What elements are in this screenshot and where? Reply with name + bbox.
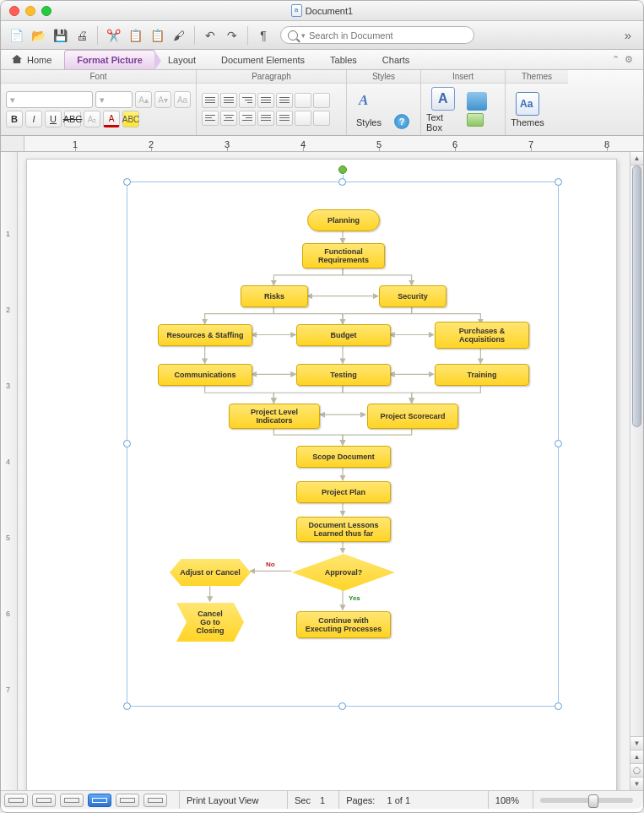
flowchart-picture: Planning Functional Requirements Risks S… bbox=[127, 182, 558, 706]
view-publishing-button[interactable] bbox=[60, 794, 84, 807]
node-risks: Risks bbox=[241, 285, 308, 307]
group-styles-header: Styles bbox=[347, 70, 420, 84]
paste-button[interactable]: 📋 bbox=[147, 25, 167, 46]
browse-object-button[interactable]: ◯ bbox=[630, 763, 643, 777]
open-button[interactable]: 📂 bbox=[28, 25, 48, 46]
prev-page-button[interactable]: ▲ bbox=[630, 750, 643, 763]
node-approval: Approval? bbox=[292, 554, 395, 591]
print-button[interactable]: 🖨 bbox=[72, 25, 92, 46]
node-resources: Resources & Staffing bbox=[158, 324, 252, 346]
copy-button[interactable]: 📋 bbox=[125, 25, 145, 46]
ruler-corner bbox=[1, 136, 24, 151]
view-focus-button[interactable] bbox=[143, 794, 167, 807]
shading-button[interactable] bbox=[295, 111, 311, 126]
node-communications: Communications bbox=[158, 364, 252, 386]
tab-home[interactable]: Home bbox=[6, 50, 64, 69]
underline-button[interactable]: U bbox=[45, 111, 62, 127]
bold-button[interactable]: B bbox=[6, 111, 23, 127]
grow-font-button[interactable]: A▴ bbox=[135, 91, 152, 108]
text-direction-button[interactable] bbox=[295, 93, 311, 108]
status-zoom-value[interactable]: 108% bbox=[495, 795, 519, 805]
horizontal-ruler[interactable]: 1 2 3 4 5 6 7 8 bbox=[1, 136, 643, 152]
next-page-button[interactable]: ▼ bbox=[630, 777, 643, 790]
shape-button[interactable] bbox=[467, 92, 487, 111]
quick-toolbar: 📄 📂 💾 🖨 ✂️ 📋 📋 🖌 ↶ ↷ ¶ ▾ » bbox=[1, 21, 643, 50]
new-document-button[interactable]: 📄 bbox=[6, 25, 26, 46]
align-left-button[interactable] bbox=[202, 111, 219, 126]
save-button[interactable]: 💾 bbox=[50, 25, 70, 46]
search-box[interactable]: ▾ bbox=[280, 26, 474, 44]
page: Planning Functional Requirements Risks S… bbox=[26, 159, 617, 790]
align-right-button[interactable] bbox=[239, 111, 256, 126]
node-cancel-closing: Cancel Go to Closing bbox=[176, 603, 244, 642]
node-continue: Continue with Executing Processes bbox=[296, 611, 391, 638]
group-themes-header: Themes bbox=[506, 70, 568, 84]
font-size-select[interactable]: ▾ bbox=[95, 91, 133, 108]
status-pages-value: 1 of 1 bbox=[387, 795, 411, 805]
view-outline-button[interactable] bbox=[32, 794, 56, 807]
highlight-button[interactable]: ABC bbox=[122, 111, 139, 127]
justify-button[interactable] bbox=[257, 111, 274, 126]
view-draft-button[interactable] bbox=[4, 794, 28, 807]
vertical-scrollbar[interactable]: ▲ ▼ ▲ ◯ ▼ bbox=[630, 152, 643, 790]
show-formatting-button[interactable]: ¶ bbox=[253, 25, 273, 46]
themes-button[interactable]: Themes bbox=[511, 92, 544, 127]
document-canvas[interactable]: Planning Functional Requirements Risks S… bbox=[18, 152, 643, 790]
edge-label-yes: Yes bbox=[349, 594, 360, 602]
shrink-font-button[interactable]: A▾ bbox=[154, 91, 171, 108]
numbering-button[interactable] bbox=[220, 93, 237, 108]
search-input[interactable] bbox=[309, 30, 467, 41]
toolbar-overflow-button[interactable]: » bbox=[625, 28, 631, 42]
italic-button[interactable]: I bbox=[25, 111, 42, 127]
tab-document-elements[interactable]: Document Elements bbox=[208, 50, 317, 69]
status-sec-value: 1 bbox=[320, 795, 325, 805]
node-training: Training bbox=[435, 364, 529, 386]
cut-button[interactable]: ✂️ bbox=[103, 25, 123, 46]
align-center-button[interactable] bbox=[220, 111, 237, 126]
undo-button[interactable]: ↶ bbox=[200, 25, 220, 46]
picture-selection-frame[interactable]: Planning Functional Requirements Risks S… bbox=[127, 182, 559, 707]
node-project-scorecard: Project Scorecard bbox=[367, 404, 458, 429]
textbox-button[interactable]: Text Box bbox=[426, 87, 460, 133]
redo-button[interactable]: ↷ bbox=[222, 25, 242, 46]
tab-layout[interactable]: Layout bbox=[155, 50, 208, 69]
styles-dialog-button[interactable]: ? bbox=[394, 114, 409, 129]
scroll-up-button[interactable]: ▲ bbox=[630, 152, 643, 165]
main-area: 1 2 3 4 5 6 7 bbox=[1, 152, 643, 790]
font-family-select[interactable]: ▾ bbox=[6, 91, 93, 108]
node-functional-requirements: Functional Requirements bbox=[302, 243, 385, 268]
view-notebook-button[interactable] bbox=[116, 794, 139, 807]
scroll-thumb[interactable] bbox=[632, 165, 641, 427]
picture-button[interactable] bbox=[467, 113, 484, 127]
subscript-button[interactable]: A₂ bbox=[84, 111, 100, 127]
zoom-slider[interactable] bbox=[540, 798, 633, 803]
view-print-layout-button[interactable] bbox=[88, 794, 111, 807]
change-case-button[interactable]: Aa bbox=[174, 91, 191, 108]
rotate-handle[interactable] bbox=[338, 165, 347, 174]
tab-format-picture[interactable]: Format Picture bbox=[64, 50, 155, 69]
vertical-ruler[interactable]: 1 2 3 4 5 6 7 bbox=[1, 152, 18, 790]
line-spacing-button[interactable] bbox=[276, 111, 293, 126]
ribbon-panel: Font ▾ ▾ A▴ A▾ Aa B I U ABC A₂ A ABC Par… bbox=[1, 70, 643, 136]
group-paragraph-header: Paragraph bbox=[197, 70, 346, 84]
multilevel-button[interactable] bbox=[239, 93, 256, 108]
decrease-indent-button[interactable] bbox=[257, 93, 274, 108]
sort-button[interactable] bbox=[313, 93, 330, 108]
tab-tables[interactable]: Tables bbox=[317, 50, 370, 69]
scroll-down-button[interactable]: ▼ bbox=[630, 736, 643, 750]
format-painter-button[interactable]: 🖌 bbox=[169, 25, 189, 46]
node-project-level-indicators: Project Level Indicators bbox=[229, 404, 320, 429]
ribbon-collapse-icon[interactable]: ⌃ bbox=[612, 54, 620, 65]
ribbon-settings-icon[interactable]: ⚙ bbox=[625, 54, 633, 65]
borders-button[interactable] bbox=[313, 111, 330, 126]
increase-indent-button[interactable] bbox=[276, 93, 293, 108]
status-pages-label: Pages: bbox=[346, 795, 375, 805]
node-adjust-cancel: Adjust or Cancel bbox=[170, 559, 251, 586]
bullets-button[interactable] bbox=[202, 93, 219, 108]
styles-button[interactable]: Styles bbox=[352, 92, 386, 127]
strike-button[interactable]: ABC bbox=[64, 111, 81, 127]
tab-charts[interactable]: Charts bbox=[370, 50, 422, 69]
group-insert-header: Insert bbox=[421, 70, 505, 84]
font-color-button[interactable]: A bbox=[103, 111, 120, 127]
search-dropdown-icon[interactable]: ▾ bbox=[301, 31, 306, 40]
